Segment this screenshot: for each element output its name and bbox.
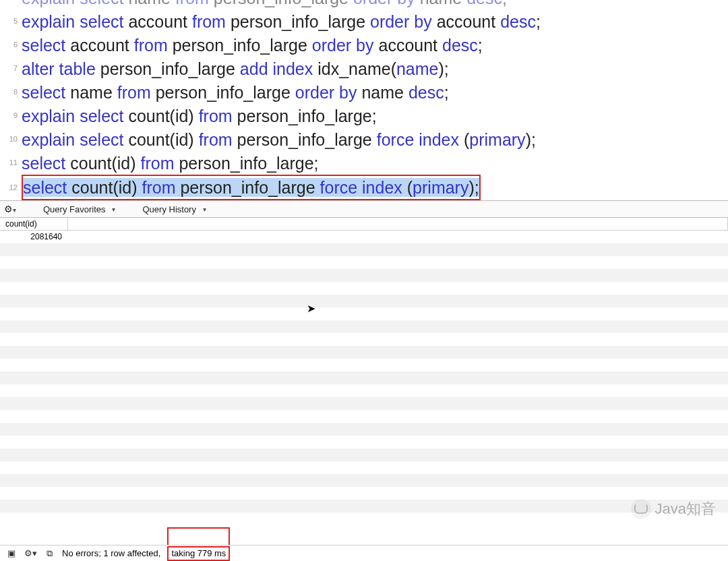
code-line[interactable]: select name from person_info_large order… <box>22 81 449 104</box>
line-number: 6 <box>0 33 22 57</box>
chevron-down-icon: ▾ <box>203 206 206 213</box>
table-row[interactable]: 2081640 <box>0 231 728 243</box>
table-row <box>0 282 728 295</box>
table-row <box>0 397 728 410</box>
query-history-dropdown[interactable]: Query History ▾ <box>142 204 206 214</box>
table-row <box>0 448 728 461</box>
status-timing: taking 779 ms <box>167 546 230 561</box>
results-table: count(id) 2081640 <box>0 218 728 512</box>
results-pane[interactable]: count(id) 2081640 ➤ Java知音 <box>0 218 728 545</box>
line-number: 11 <box>0 151 22 175</box>
line-number: 5 <box>0 9 22 33</box>
line-number: 8 <box>0 80 22 104</box>
results-toolbar: ⚙▾ Query Favorites ▾ Query History ▾ <box>0 200 728 218</box>
table-row <box>0 320 728 333</box>
code-line[interactable]: explain select count(id) from person_inf… <box>22 128 536 151</box>
copy-icon[interactable]: ⧉ <box>43 548 55 560</box>
table-row <box>0 500 728 512</box>
table-row <box>0 410 728 423</box>
status-message: No errors; 1 row affected, <box>62 548 160 558</box>
gear-icon[interactable]: ⚙▾ <box>24 548 36 560</box>
line-number: 7 <box>0 57 22 80</box>
code-line[interactable]: select count(id) from person_info_large; <box>22 152 319 175</box>
query-favorites-label: Query Favorites <box>43 204 105 214</box>
table-row <box>0 243 728 256</box>
gear-icon[interactable]: ⚙▾ <box>4 204 16 214</box>
status-bar: ▣ ⚙▾ ⧉ No errors; 1 row affected, taking… <box>0 545 728 561</box>
code-line[interactable]: explain select account from person_info_… <box>22 10 541 33</box>
timing-highlight-box <box>167 527 230 545</box>
table-row <box>0 423 728 436</box>
result-cell: 2081640 <box>0 231 67 243</box>
table-row <box>0 307 728 320</box>
query-favorites-dropdown[interactable]: Query Favorites ▾ <box>43 204 115 214</box>
code-line[interactable]: select account from person_info_large or… <box>22 34 483 57</box>
table-row <box>0 461 728 474</box>
code-line[interactable]: explain select name from person_info_lar… <box>22 0 507 9</box>
table-row <box>0 487 728 500</box>
table-row <box>0 359 728 372</box>
table-row <box>0 256 728 269</box>
chevron-down-icon: ▾ <box>112 206 115 213</box>
query-history-label: Query History <box>142 204 195 214</box>
table-row <box>0 333 728 346</box>
table-row <box>0 269 728 282</box>
column-header[interactable]: count(id) <box>0 218 67 231</box>
code-line[interactable]: explain select count(id) from person_inf… <box>22 105 377 127</box>
line-number: 10 <box>0 127 22 151</box>
table-row <box>0 295 728 307</box>
table-row <box>0 436 728 448</box>
watermark-text: Java知音 <box>655 499 716 519</box>
table-row <box>0 346 728 359</box>
expand-icon[interactable]: ▣ <box>5 548 18 560</box>
code-line[interactable]: alter table person_info_large add index … <box>22 57 449 80</box>
code-line[interactable]: select count(id) from person_info_large … <box>23 176 479 199</box>
table-row <box>0 372 728 384</box>
table-row <box>0 474 728 487</box>
wechat-icon <box>631 499 651 519</box>
watermark: Java知音 <box>631 499 716 519</box>
line-number: 12 <box>0 176 22 200</box>
sql-editor[interactable]: explain select name from person_info_lar… <box>0 0 728 200</box>
line-number: 9 <box>0 104 22 127</box>
table-row <box>0 384 728 397</box>
